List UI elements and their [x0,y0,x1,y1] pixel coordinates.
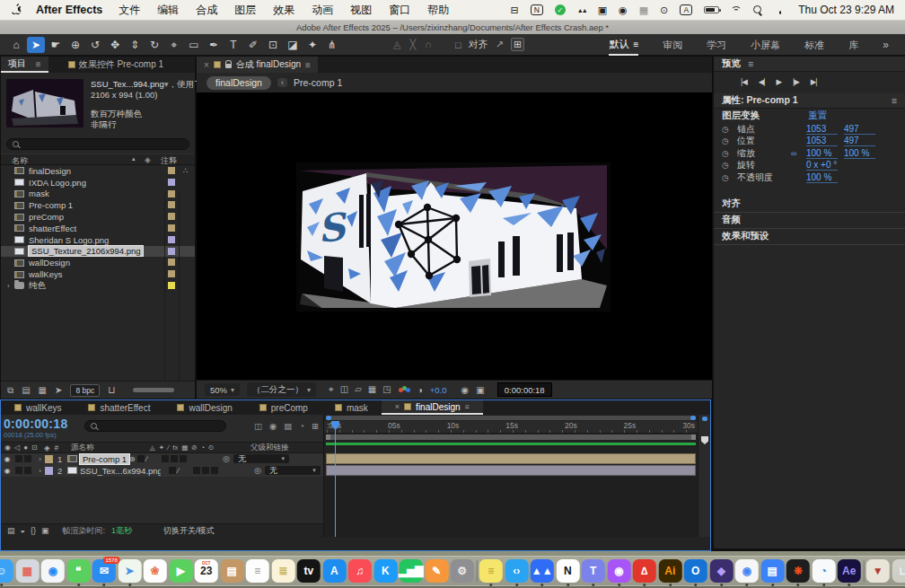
new-folder-icon[interactable]: ▤ [22,385,30,395]
collapsed-section-header[interactable]: 对齐 [714,197,905,213]
render-settings-icon[interactable]: ▣ [41,526,49,535]
zoom-fit-icon[interactable]: ↗ [496,39,504,50]
tab-effect-controls[interactable]: 效果控件 Pre-comp 1 [61,57,171,73]
collapsed-section-header[interactable]: 效果和预设 [714,229,905,245]
mountains-icon[interactable]: ▲▲ [577,7,586,13]
new-composition-icon[interactable]: ▦ [39,385,47,395]
chrome[interactable]: ◉ [735,559,759,583]
figma[interactable]: ❋ [786,559,810,583]
property-value[interactable]: 100 % [844,148,875,159]
mask-shape-tool[interactable]: ▭ [185,37,203,53]
parent-select[interactable]: 无▾ [265,466,321,475]
podcasts[interactable]: ◉ [607,559,630,583]
contacts[interactable]: ▤ [220,559,243,583]
layer-switch-column-icon[interactable]: ✦ [159,443,164,452]
work-area-bar[interactable] [326,434,696,440]
label-color-swatch[interactable] [168,190,175,197]
breadcrumb-pre-comp-1[interactable]: Pre-comp 1 [294,77,342,88]
puppet-pin-tool[interactable]: ⋔ [323,37,341,53]
notes[interactable]: ≣ [271,559,294,583]
creative-cloud-icon[interactable]: ◉ [619,4,628,16]
property-label[interactable]: 旋转 [737,159,791,171]
next-frame-button[interactable]: |▶ [793,77,799,86]
viewer-timecode[interactable]: 0:00:00:18 [497,382,552,397]
horizontal-scrollbar[interactable] [133,388,174,392]
spotlight-search-icon[interactable] [753,5,762,14]
project-item-row[interactable]: › preComp ∴ [1,211,195,223]
after-effects[interactable]: Ae [838,559,861,583]
music[interactable]: ♫ [348,559,372,583]
item-label[interactable]: wallKeys [29,269,63,279]
preview-section-header[interactable]: 预览 ≡ [714,57,905,72]
timeline-tab[interactable]: × wallKeys ≡ [1,400,75,415]
panel-menu-icon[interactable]: ≡ [748,58,753,69]
roto-brush-tool[interactable]: ✦ [303,37,321,53]
lock-column-icon[interactable]: ⊡ [31,443,38,452]
tab-project[interactable]: 项目 ≡ [1,57,48,73]
item-label[interactable]: wallDesign [29,258,70,268]
label-color-swatch[interactable] [168,270,175,277]
item-label[interactable]: mask [29,189,49,198]
camera-tool[interactable]: ⌖ [165,37,183,53]
mail[interactable]: ✉ 1578 [92,559,116,583]
play-button[interactable]: ▶ [777,77,782,86]
property-label[interactable]: 锚点 [737,123,791,136]
layer-switch-column-icon[interactable]: fx [172,443,178,452]
mask-visibility-icon[interactable]: ▱ [355,384,362,395]
frame-blending-icon[interactable]: ▤ [284,421,292,431]
workspace-extra-icon-3[interactable]: ∩ [425,39,432,50]
project-item-row[interactable]: › wallDesign ∴ [1,257,195,268]
exposure-value[interactable]: +0.0 [430,385,447,395]
screenshot-app-icon[interactable]: ▣ [598,4,607,16]
trash[interactable]: ⊔ [892,559,905,583]
stopwatch-icon[interactable]: ◷ [714,136,737,145]
workspace-tab[interactable]: 学习≡ [707,34,726,56]
layer-duration-bar-2[interactable] [326,465,696,476]
label-color-swatch[interactable] [168,259,175,266]
time-ruler[interactable]: :00s05s10s15s20s25s30s [324,421,698,434]
project-item-row[interactable]: › 纯色 ∴ [1,280,195,292]
time-navigator-bar[interactable] [326,416,696,420]
label-color-swatch[interactable] [168,213,175,220]
menubar-menu-item[interactable]: 编辑 [157,3,179,18]
menubar-menu-item[interactable]: 合成 [196,3,217,18]
expand-inout-icon[interactable]: {} [31,526,36,535]
playhead-line[interactable] [335,421,336,537]
property-label[interactable]: 缩放 [737,147,791,160]
label-color-swatch[interactable] [168,248,175,255]
menubar-clock[interactable]: Thu Oct 23 9:29 AM [798,4,894,16]
label-color-swatch[interactable] [168,201,175,208]
photos[interactable]: ❀ [144,559,167,583]
reminders[interactable]: ≡ [246,559,269,583]
expand-layer-switches-icon[interactable]: ▤ [7,526,15,535]
item-label[interactable]: 纯色 [29,280,46,292]
white-blue-app[interactable]: ◔ [812,559,835,583]
menubar-menu-item[interactable]: 文件 [119,3,140,18]
snapping-grid-icon[interactable]: ⊞ [511,38,524,51]
region-of-interest-icon[interactable]: ◳ [382,384,391,395]
workspace-tab[interactable]: 库≡ [848,34,858,56]
layer-switch-column-icon[interactable]: ⊘ [191,443,197,452]
outlook[interactable]: O [684,559,707,583]
comp-mini-flowchart-icon[interactable]: ◫ [254,421,262,431]
layer-av-cells[interactable] [13,467,35,474]
calendar[interactable]: OCT 23 [195,559,218,583]
layer-switch-column-icon[interactable]: ◔ [201,443,206,452]
mountains-app[interactable]: ▲▲ [531,559,554,583]
apple-tv[interactable]: tv [297,559,321,583]
hand-tool[interactable]: ☛ [47,37,65,53]
stopwatch-icon[interactable]: ◷ [714,173,737,182]
layer-switch-column-icon[interactable]: ▦ [181,443,188,452]
label-column-icon[interactable]: ◈ [44,443,50,452]
project-item-row[interactable]: › wallKeys ∴ [1,268,195,280]
property-value[interactable]: 100 % [806,148,838,159]
align-label[interactable]: 对齐 [469,38,488,51]
item-label[interactable]: finalDesign [29,166,71,176]
layer-av-cells[interactable] [13,455,35,462]
menubar-menu-item[interactable]: 效果 [273,3,294,18]
pen-tool[interactable]: ✒ [205,37,223,53]
layer-switches[interactable]: ⊛ ∕ [129,455,223,463]
eraser-tool[interactable]: ◪ [284,37,302,53]
solo-column-icon[interactable]: ● [23,443,28,452]
timeline-tab[interactable]: × preComp ≡ [246,400,321,415]
